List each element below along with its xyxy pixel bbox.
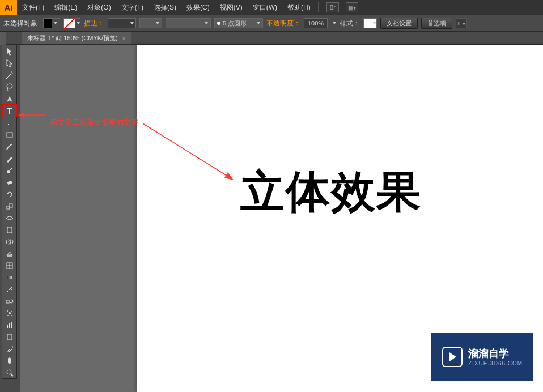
mesh-tool[interactable]	[3, 259, 16, 271]
watermark: 溜溜自学 ZIXUE.3D66.COM	[431, 333, 533, 381]
separator	[318, 2, 319, 12]
svg-rect-17	[7, 276, 12, 279]
hand-tool[interactable]	[3, 355, 16, 367]
svg-line-34	[11, 374, 13, 376]
svg-point-33	[7, 370, 11, 374]
app-icon: Ai	[0, 0, 17, 15]
menu-type[interactable]: 文字(T)	[116, 0, 149, 15]
stroke-swatch[interactable]	[63, 18, 80, 28]
shapebuilder-tool[interactable]	[3, 236, 16, 248]
document-setup-button[interactable]: 文档设置	[380, 18, 418, 29]
arrange-icon[interactable]: ▦▾	[346, 2, 358, 12]
controlbar: 未选择对象 描边： 5 点圆形 不透明度： 100% 样式： 文档设置 首选项 …	[0, 15, 543, 32]
close-icon[interactable]: ×	[122, 35, 126, 42]
scale-tool[interactable]	[3, 200, 16, 212]
free-transform-tool[interactable]	[3, 224, 16, 236]
menu-window[interactable]: 窗口(W)	[248, 0, 282, 15]
selection-tool[interactable]	[3, 45, 16, 57]
slice-tool[interactable]	[3, 343, 16, 355]
perspective-tool[interactable]	[3, 248, 16, 259]
svg-point-11	[11, 232, 12, 233]
menu-select[interactable]: 选择(S)	[149, 0, 181, 15]
svg-rect-26	[9, 323, 10, 328]
tabbar: 未标题-1* @ 150% (CMYK/预览) ×	[0, 32, 543, 45]
play-icon	[442, 347, 463, 367]
line-tool[interactable]	[3, 117, 16, 129]
bridge-icon[interactable]: Br	[326, 2, 339, 12]
watermark-title: 溜溜自学	[468, 347, 523, 360]
svg-line-37	[143, 123, 227, 176]
var-width-dropdown[interactable]	[166, 18, 211, 28]
svg-rect-27	[11, 322, 12, 328]
brush-dropdown[interactable]: 5 点圆形	[214, 18, 263, 28]
menu-help[interactable]: 帮助(H)	[282, 0, 316, 15]
graph-tool[interactable]	[3, 319, 16, 331]
svg-rect-2	[7, 133, 12, 137]
svg-marker-36	[18, 113, 24, 117]
wand-tool[interactable]	[3, 69, 16, 81]
panel-strip	[0, 32, 6, 45]
selection-status: 未选择对象	[3, 19, 37, 28]
stroke-width-input[interactable]	[108, 18, 136, 28]
toolbox	[2, 45, 17, 379]
svg-rect-4	[7, 180, 12, 184]
menu-object[interactable]: 对象(O)	[82, 0, 116, 15]
opacity-input[interactable]: 100%	[304, 18, 328, 28]
svg-point-23	[7, 315, 9, 316]
stroke-label: 描边：	[84, 19, 104, 28]
svg-line-1	[7, 120, 12, 126]
watermark-sub: ZIXUE.3D66.COM	[468, 360, 523, 367]
align-icon[interactable]: ⊫▾	[456, 18, 467, 28]
menu-file[interactable]: 文件(F)	[17, 0, 49, 15]
eyedropper-tool[interactable]	[3, 283, 16, 295]
document-tab[interactable]: 未标题-1* @ 150% (CMYK/预览) ×	[22, 32, 131, 44]
annotation-text: 用文字工具敲出需要的文字	[50, 117, 138, 127]
brush-tool[interactable]	[3, 140, 16, 152]
pencil-tool[interactable]	[3, 152, 16, 164]
type-tool[interactable]	[3, 105, 16, 117]
svg-marker-38	[224, 172, 234, 180]
width-tool[interactable]	[3, 212, 16, 224]
svg-rect-25	[7, 325, 8, 328]
gradient-tool[interactable]	[3, 271, 16, 283]
svg-rect-18	[6, 300, 9, 303]
brush-name: 5 点圆形	[223, 19, 247, 28]
blend-tool[interactable]	[3, 295, 16, 307]
style-label: 样式：	[340, 19, 360, 28]
svg-point-9	[11, 227, 12, 228]
blob-tool[interactable]	[3, 164, 16, 176]
annotation-arrow-to-text	[143, 123, 234, 181]
svg-point-8	[7, 227, 8, 228]
lasso-tool[interactable]	[3, 81, 16, 93]
graphic-style-swatch[interactable]	[363, 18, 377, 28]
svg-point-22	[11, 311, 12, 312]
canvas-text[interactable]: 立体效果	[240, 163, 422, 222]
symbol-tool[interactable]	[3, 307, 16, 319]
svg-point-21	[7, 310, 8, 312]
opacity-label: 不透明度：	[266, 19, 300, 28]
svg-point-19	[10, 300, 13, 303]
pen-tool[interactable]	[3, 93, 16, 105]
svg-point-20	[9, 312, 11, 314]
svg-point-0	[7, 84, 12, 88]
rotate-tool[interactable]	[3, 188, 16, 200]
menubar: Ai 文件(F) 编辑(E) 对象(O) 文字(T) 选择(S) 效果(C) 视…	[0, 0, 543, 15]
menu-view[interactable]: 视图(V)	[215, 0, 248, 15]
opacity-value: 100%	[308, 20, 324, 27]
svg-point-24	[11, 315, 12, 316]
fill-swatch[interactable]	[43, 18, 60, 28]
opacity-arrow[interactable]	[333, 22, 336, 24]
preferences-button[interactable]: 首选项	[421, 18, 452, 29]
rect-tool[interactable]	[3, 129, 16, 140]
menu-effect[interactable]: 效果(C)	[181, 0, 215, 15]
zoom-tool[interactable]	[3, 367, 16, 378]
svg-rect-28	[7, 335, 12, 339]
direct-select-tool[interactable]	[3, 57, 16, 69]
stroke-style-dropdown[interactable]	[139, 18, 162, 28]
eraser-tool[interactable]	[3, 176, 16, 188]
menu-edit[interactable]: 编辑(E)	[49, 0, 82, 15]
artboard-tool[interactable]	[3, 331, 16, 343]
svg-point-10	[7, 232, 8, 233]
annotation-arrow-to-tool	[18, 111, 46, 119]
brush-dot-icon	[217, 22, 220, 25]
